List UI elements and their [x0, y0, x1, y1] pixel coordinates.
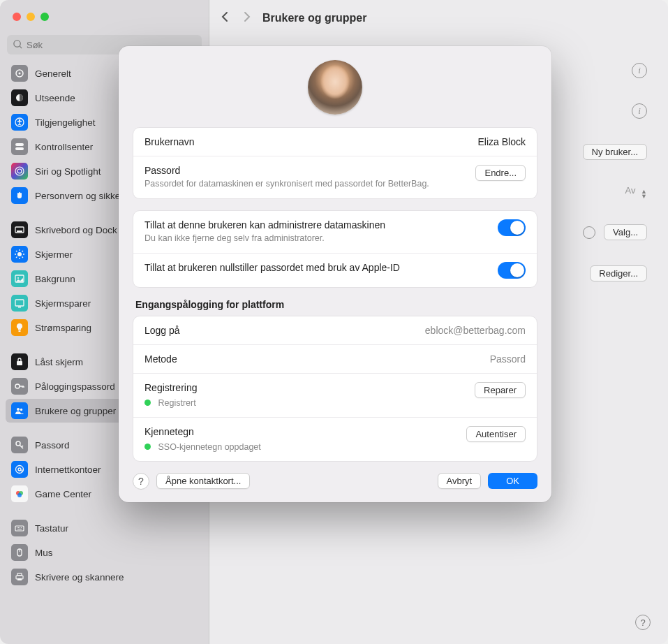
username-label: Brukernavn [144, 136, 470, 147]
open-contact-card-button[interactable]: Åpne kontaktkort... [156, 473, 250, 489]
sso-section-title: Engangspålogging for plattform [133, 299, 537, 316]
reset-label: Tillat at brukeren nullstiller passordet… [144, 262, 489, 273]
permissions-card: Tillat at denne brukeren kan administrer… [133, 210, 537, 288]
login-label: Logg på [144, 325, 417, 336]
admin-label: Tillat at denne brukeren kan administrer… [144, 219, 489, 230]
cancel-button[interactable]: Avbryt [438, 473, 482, 489]
token-status: SSO-kjennetegn oppdaget [158, 442, 260, 452]
system-settings-window: GenereltUtseendeTilgjengelighetKontrolls… [0, 0, 668, 644]
admin-sublabel: Du kan ikke fjerne deg selv fra administ… [144, 233, 489, 244]
admin-toggle[interactable] [498, 219, 526, 236]
ok-button[interactable]: OK [488, 473, 537, 489]
authenticate-button[interactable]: Autentiser [466, 426, 526, 442]
username-row: Brukernavn Eliza Block [133, 128, 537, 156]
minimize-window-button[interactable] [27, 13, 35, 21]
help-button[interactable]: ? [133, 473, 149, 490]
method-label: Metode [144, 353, 482, 365]
user-edit-modal: Brukernavn Eliza Block Passord Passordet… [119, 46, 551, 502]
registration-status: Registrert [158, 398, 195, 408]
registration-label: Registrering [144, 382, 466, 393]
method-row: Metode Passord [133, 345, 537, 374]
admin-row: Tillat at denne brukeren kan administrer… [133, 211, 537, 254]
password-label: Passord [144, 165, 467, 176]
reset-password-row: Tillat at brukeren nullstiller passordet… [133, 254, 537, 287]
user-info-card: Brukernavn Eliza Block Passord Passordet… [133, 127, 537, 199]
status-dot-icon [144, 400, 151, 406]
close-window-button[interactable] [13, 13, 21, 21]
repair-button[interactable]: Reparer [475, 382, 526, 398]
sso-card: Logg på eblock@betterbag.com Metode Pass… [133, 316, 537, 462]
status-dot-icon [144, 444, 151, 450]
password-row: Passord Passordet for datamaskinen er sy… [133, 156, 537, 198]
user-avatar[interactable] [308, 60, 362, 115]
method-value: Passord [490, 353, 526, 365]
username-value: Eliza Block [478, 136, 526, 147]
change-password-button[interactable]: Endre... [475, 165, 526, 181]
login-value: eblock@betterbag.com [425, 325, 526, 336]
registration-row: Registrering Registrert Reparer [133, 374, 537, 418]
token-label: Kjennetegn [144, 426, 458, 437]
reset-password-toggle[interactable] [498, 262, 526, 279]
password-sublabel: Passordet for datamaskinen er synkronise… [144, 178, 467, 190]
modal-footer: ? Åpne kontaktkort... Avbryt OK [133, 473, 537, 490]
login-row: Logg på eblock@betterbag.com [133, 316, 537, 345]
token-row: Kjennetegn SSO-kjennetegn oppdaget Auten… [133, 418, 537, 461]
traffic-lights [13, 13, 49, 21]
fullscreen-window-button[interactable] [40, 13, 49, 21]
